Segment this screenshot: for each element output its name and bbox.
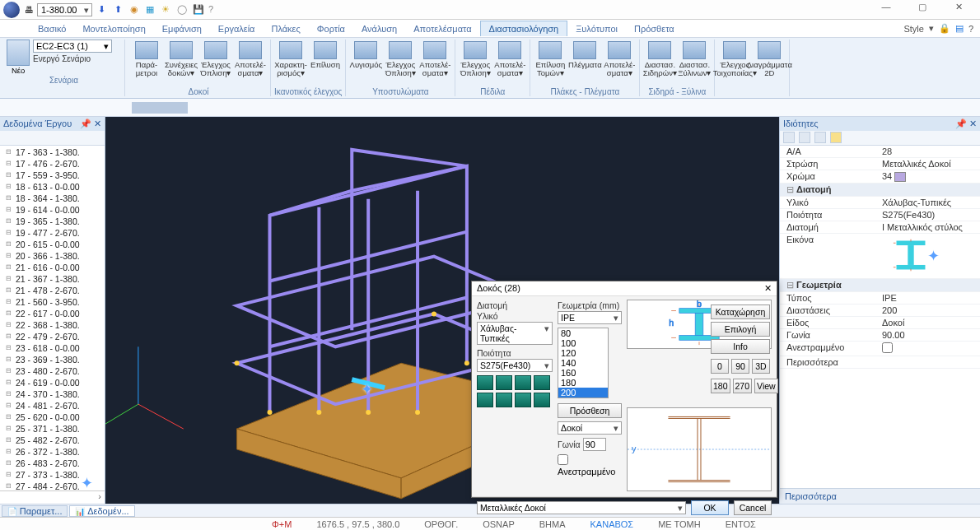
ribbon-button[interactable]: ΕπίλυσηΤομών▾ bbox=[534, 40, 567, 86]
tree-item[interactable]: 21 - 478 - 2-670. bbox=[1, 285, 104, 296]
ribbon-tab[interactable]: Ανάλυση bbox=[353, 21, 405, 36]
ribbon-button[interactable]: Χαρακτη-ρισμός▾ bbox=[274, 40, 307, 86]
inverted-checkbox[interactable] bbox=[558, 454, 568, 465]
tree-hscroll[interactable] bbox=[0, 490, 105, 504]
panel-pin-icon[interactable]: 📌 ✕ bbox=[80, 119, 101, 129]
close-button[interactable]: ✕ bbox=[940, 2, 977, 18]
ribbon-button[interactable]: Επίλυση bbox=[309, 40, 342, 86]
register-button[interactable]: Καταχώρηση bbox=[711, 305, 770, 319]
tree-toolstrip[interactable] bbox=[0, 131, 105, 146]
ribbon-tab[interactable]: Μοντελοποίηση bbox=[74, 21, 153, 36]
scenario-combo[interactable]: EC2-EC3 (1) bbox=[33, 40, 112, 53]
status-grid[interactable]: ΚΑΝΑΒΟΣ bbox=[590, 519, 634, 529]
tree-item[interactable]: 23 - 369 - 1-380. bbox=[1, 354, 104, 365]
help-icon[interactable]: ? bbox=[208, 4, 220, 16]
tree-item[interactable]: 22 - 479 - 2-670. bbox=[1, 331, 104, 342]
minimize-button[interactable]: — bbox=[868, 2, 904, 18]
size-option[interactable]: 160 bbox=[558, 368, 608, 378]
size-option[interactable]: 120 bbox=[558, 348, 608, 358]
az-icon[interactable] bbox=[799, 132, 810, 143]
shape-box-icon[interactable] bbox=[477, 393, 493, 407]
grid-icon[interactable] bbox=[814, 132, 826, 143]
tree-item[interactable]: 21 - 367 - 1-380. bbox=[1, 273, 104, 285]
tree-item[interactable]: 19 - 614 - 0-0.00 bbox=[1, 204, 104, 216]
tree-item[interactable]: 26 - 372 - 1-380. bbox=[1, 446, 104, 458]
deg-90-button[interactable]: 90 bbox=[731, 359, 749, 374]
help-ribbon-icon[interactable]: ? bbox=[968, 24, 973, 34]
ribbon-button[interactable]: Παρά-μετροι bbox=[130, 40, 163, 86]
ribbon-tab[interactable]: Βασικό bbox=[30, 21, 74, 36]
size-option[interactable]: 100 bbox=[558, 338, 608, 348]
deg-180-button[interactable]: 180 bbox=[711, 379, 730, 393]
ribbon-tab[interactable]: Διαστασιολόγηση bbox=[480, 21, 568, 36]
maximize-button[interactable]: ▢ bbox=[904, 2, 940, 18]
size-option[interactable]: 200 bbox=[558, 388, 608, 398]
tree-item[interactable]: 19 - 477 - 2-670. bbox=[1, 227, 104, 239]
deg-0-button[interactable]: 0 bbox=[711, 359, 729, 374]
project-tree[interactable]: 17 - 363 - 1-380.17 - 476 - 2-670.17 - 5… bbox=[0, 146, 105, 490]
tree-item[interactable]: 17 - 363 - 1-380. bbox=[1, 146, 104, 158]
sun-icon[interactable]: ☀ bbox=[161, 4, 173, 16]
status-ortho[interactable]: ΟΡΘΟΓ. bbox=[424, 519, 458, 529]
ribbon-button[interactable]: Διαγράμματα2D bbox=[753, 40, 786, 86]
bottom-tab-params[interactable]: 📄 Παραμετ... bbox=[2, 505, 68, 517]
quality-combo[interactable]: S275(Fe430) bbox=[477, 359, 553, 372]
tree-item[interactable]: 24 - 481 - 2-670. bbox=[1, 400, 104, 411]
tree-item[interactable]: 17 - 476 - 2-670. bbox=[1, 158, 104, 170]
tree-item[interactable]: 24 - 619 - 0-0.00 bbox=[1, 377, 104, 388]
beams-combo[interactable]: Δοκοί bbox=[558, 421, 622, 435]
ribbon-button[interactable]: Αποτελέ-σματα▾ bbox=[493, 40, 526, 86]
size-option[interactable]: 140 bbox=[558, 358, 608, 368]
ribbon-button[interactable]: Πλέγματα bbox=[568, 40, 601, 86]
tree-item[interactable]: 18 - 364 - 1-380. bbox=[1, 193, 104, 204]
save-icon[interactable]: 💾 bbox=[193, 4, 204, 16]
ribbon-button[interactable]: Αποτελέ-σματα▾ bbox=[603, 40, 636, 86]
ribbon-tab[interactable]: Εργαλεία bbox=[210, 21, 264, 36]
new-scenario-button[interactable] bbox=[7, 40, 30, 66]
shape-pipe-icon[interactable] bbox=[496, 393, 512, 407]
tree-item[interactable]: 24 - 370 - 1-380. bbox=[1, 388, 104, 400]
tree-item[interactable]: 20 - 366 - 1-380. bbox=[1, 250, 104, 262]
status-osnap[interactable]: OSNAP bbox=[483, 519, 515, 529]
ribbon-tab[interactable]: Ξυλότυποι bbox=[567, 21, 626, 36]
shape-l-icon[interactable] bbox=[496, 375, 512, 390]
tree-item[interactable]: 25 - 620 - 0-0.00 bbox=[1, 411, 104, 423]
info-button[interactable]: Info bbox=[711, 339, 770, 354]
tree-item[interactable]: 20 - 615 - 0-0.00 bbox=[1, 239, 104, 250]
style-label[interactable]: Style bbox=[903, 24, 923, 34]
size-option[interactable]: 220 bbox=[558, 398, 608, 398]
print-icon[interactable]: 🖶 bbox=[25, 5, 34, 15]
tree-item[interactable]: 18 - 613 - 0-0.00 bbox=[1, 181, 104, 193]
tree-item[interactable]: 25 - 371 - 1-380. bbox=[1, 423, 104, 435]
shape-c-icon[interactable] bbox=[534, 393, 550, 407]
ribbon-button[interactable]: Συνέχειεςδοκών▾ bbox=[165, 40, 198, 86]
inverted-checkbox[interactable] bbox=[882, 342, 893, 353]
cancel-button[interactable]: Cancel bbox=[734, 500, 772, 515]
arrow-up-icon[interactable]: ⬆ bbox=[114, 4, 126, 16]
ribbon-tab[interactable]: Εμφάνιση bbox=[154, 21, 210, 36]
deg-270-button[interactable]: 270 bbox=[733, 379, 753, 393]
ribbon-tab[interactable]: Φορτία bbox=[309, 21, 353, 36]
globe-icon[interactable]: ◉ bbox=[130, 4, 142, 16]
tree-item[interactable]: 21 - 616 - 0-0.00 bbox=[1, 262, 104, 273]
flag-gr-icon[interactable]: ▤ bbox=[955, 23, 964, 34]
bottom-tab-data[interactable]: 📊 Δεδομέν... bbox=[69, 505, 134, 517]
panel-pin-icon[interactable]: 📌 ✕ bbox=[955, 119, 977, 129]
deg-3d-button[interactable]: 3D bbox=[752, 359, 770, 374]
categorize-icon[interactable] bbox=[783, 132, 795, 143]
status-section[interactable]: ΜΕ ΤΟΜΗ bbox=[658, 519, 701, 529]
status-step[interactable]: ΒΗΜΑ bbox=[539, 519, 566, 529]
ribbon-button[interactable]: Διαστασ.Ξύλινων▾ bbox=[678, 40, 711, 86]
shape-u-icon[interactable] bbox=[515, 375, 531, 390]
tree-item[interactable]: 25 - 482 - 2-670. bbox=[1, 435, 104, 446]
profile-type-combo[interactable]: IPE bbox=[558, 311, 622, 324]
view-button[interactable]: View bbox=[754, 379, 778, 393]
tree-item[interactable]: 26 - 483 - 2-670. bbox=[1, 458, 104, 469]
status-inside[interactable]: ΕΝΤΟΣ bbox=[726, 519, 756, 529]
ribbon-tab[interactable]: Πρόσθετα bbox=[626, 21, 683, 36]
ribbon-tab[interactable]: Πλάκες bbox=[263, 21, 308, 36]
angle-input[interactable] bbox=[583, 438, 606, 451]
size-option[interactable]: 180 bbox=[558, 378, 608, 388]
ribbon-button[interactable]: ΈλεγχοςΌπλιση▾ bbox=[199, 40, 232, 86]
size-listbox[interactable]: 80100120140160180200220 bbox=[558, 328, 609, 398]
